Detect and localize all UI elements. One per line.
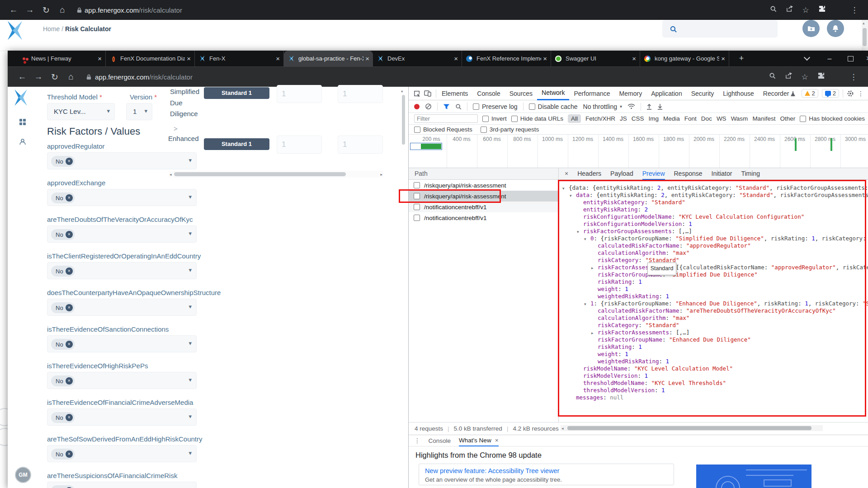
field-select-approvedRegulator[interactable]: No×▾ [47, 152, 197, 169]
request-checkbox[interactable] [414, 182, 420, 188]
share-icon[interactable] [781, 5, 797, 14]
extensions-puzzle-icon[interactable] [813, 72, 829, 81]
devtools-tab-security[interactable]: Security [687, 87, 719, 100]
value-chip[interactable]: No× [51, 192, 75, 203]
notifications-button[interactable] [827, 20, 844, 37]
field-select-areThereSuspicionsOfAFinancialCrimeRisk[interactable]: No×▾ [47, 482, 197, 488]
tab-search-chevron-icon[interactable] [798, 51, 816, 66]
field-select-isThereEvidenceOfHighRiskPePs[interactable]: No×▾ [47, 372, 197, 389]
tab-close-icon[interactable]: × [98, 55, 102, 62]
chevron-down-icon[interactable]: ▾ [189, 413, 192, 420]
vertical-scrollbar-thumb[interactable] [402, 95, 405, 145]
network-overview-timeline[interactable]: 200 ms400 ms600 ms800 ms1000 ms1200 ms14… [409, 135, 868, 168]
browser-tab[interactable]: kong gateway - Google Se× [640, 51, 729, 66]
reload-icon[interactable]: ↻ [38, 5, 54, 15]
devtools-tab-elements[interactable]: Elements [437, 87, 472, 100]
tab-console[interactable]: Console [429, 435, 451, 446]
devtools-menu-icon[interactable]: ⋮ [858, 90, 864, 97]
threshold-value-input[interactable]: 1 [338, 85, 383, 103]
close-tab-icon[interactable]: × [495, 437, 499, 444]
browser-menu-icon[interactable]: ⋮ [845, 72, 862, 82]
detail-tab-response[interactable]: Response [674, 168, 703, 180]
filter-type-media[interactable]: Media [663, 115, 680, 122]
inspect-element-icon[interactable] [413, 90, 420, 97]
filter-type-manifest[interactable]: Manifest [752, 115, 775, 122]
threshold-value-input[interactable]: 1 [338, 136, 383, 154]
issues-badge[interactable]: 2 [822, 89, 839, 98]
remove-value-icon[interactable]: × [66, 304, 73, 311]
third-party-checkbox[interactable]: 3rd-party requests [481, 126, 539, 133]
search-icon[interactable] [455, 103, 462, 110]
filter-type-doc[interactable]: Doc [701, 115, 712, 122]
bookmark-star-icon[interactable]: ☆ [797, 72, 813, 82]
filter-funnel-icon[interactable] [443, 103, 450, 110]
standard-1-button[interactable]: Standard 1 [204, 87, 269, 99]
chevron-down-icon[interactable]: ▾ [189, 376, 192, 383]
accessibility-tree-link[interactable]: New preview feature: Accessibility Tree … [425, 467, 559, 474]
sidebar-item-users[interactable] [19, 138, 26, 147]
response-scrollbar[interactable]: ◂ [561, 425, 823, 431]
breadcrumb[interactable]: Home / Risk Calculator [43, 25, 111, 33]
devtools-tab-performance[interactable]: Performance [569, 87, 614, 100]
field-select-areTheSofSowDerivedFromAnEddHighRiskCountry[interactable]: No×▾ [47, 445, 197, 462]
field-select-doesTheCounterpartyHaveAnOpaqueOwnershipStructure[interactable]: No×▾ [47, 299, 197, 316]
remove-value-icon[interactable]: × [66, 341, 73, 348]
remove-value-icon[interactable]: × [66, 194, 73, 202]
zoom-search-icon[interactable] [764, 72, 780, 81]
share-icon[interactable] [780, 72, 797, 81]
version-select[interactable]: 1▾ [126, 103, 152, 120]
field-select-isTheClientRegisteredOrOperatingInAnEddCountry[interactable]: No×▾ [47, 262, 197, 279]
field-select-isThereEvidenceOfFinancialCrimeAdverseMedia[interactable]: No×▾ [47, 408, 197, 426]
profile-avatar[interactable] [830, 3, 846, 17]
home-icon[interactable]: ⌂ [54, 5, 71, 15]
filter-type-css[interactable]: CSS [632, 115, 644, 122]
browser-tab[interactable]: FenX Reference Implement× [462, 51, 551, 66]
forward-icon[interactable]: → [22, 5, 38, 15]
disable-cache-checkbox[interactable]: Disable cache [529, 103, 578, 110]
filter-type-all[interactable]: All [568, 114, 581, 123]
close-detail-icon[interactable]: × [565, 168, 568, 180]
threshold-value-input[interactable]: 1 [277, 136, 322, 154]
throttling-select[interactable]: No throttling▾ [583, 103, 623, 110]
devtools-tab-recorder[interactable]: Recorder [759, 87, 800, 100]
expand-chevron-icon[interactable]: > [174, 125, 178, 132]
reload-icon[interactable]: ↻ [47, 72, 63, 82]
filter-type-font[interactable]: Font [684, 115, 697, 122]
request-row[interactable]: /notificationcentrebff/v1 [409, 202, 558, 212]
close-window-button[interactable]: × [859, 51, 868, 66]
browser-tab[interactable]: ()FenX Documentation Diag× [106, 51, 195, 66]
import-har-icon[interactable] [646, 103, 652, 110]
detail-tab-preview[interactable]: Preview [642, 168, 665, 180]
path-column-header[interactable]: Path [415, 170, 428, 177]
request-checkbox[interactable] [414, 204, 420, 210]
tab-close-icon[interactable]: × [454, 55, 458, 62]
address-url[interactable]: app.fenergox.com/risk/calculator [95, 73, 193, 81]
value-chip[interactable]: No× [51, 266, 75, 277]
chevron-down-icon[interactable]: ▾ [189, 267, 192, 273]
devtools-tab-network[interactable]: Network [537, 87, 569, 100]
export-har-icon[interactable] [657, 103, 663, 110]
detail-tab-headers[interactable]: Headers [577, 168, 601, 180]
remove-value-icon[interactable]: × [66, 231, 73, 238]
home-icon[interactable]: ⌂ [63, 72, 79, 82]
minimize-button[interactable]: – [821, 51, 839, 66]
timeline-selection[interactable] [410, 143, 442, 150]
new-tab-button[interactable]: + [735, 51, 748, 66]
maximize-button[interactable] [841, 51, 859, 66]
tab-close-icon[interactable]: × [365, 55, 369, 62]
sidebar-item-dashboard[interactable] [19, 118, 26, 127]
filter-type-wasm[interactable]: Wasm [731, 115, 748, 122]
field-select-approvedExchange[interactable]: No×▾ [47, 189, 197, 206]
remove-value-icon[interactable]: × [66, 377, 73, 385]
remove-value-icon[interactable]: × [66, 158, 73, 165]
threshold-value-input[interactable]: 1 [277, 85, 322, 103]
filter-type-other[interactable]: Other [780, 115, 795, 122]
remove-value-icon[interactable]: × [66, 450, 73, 458]
value-chip[interactable]: No× [51, 485, 75, 488]
value-chip[interactable]: No× [51, 229, 75, 240]
invert-checkbox[interactable]: Invert [482, 115, 507, 122]
tab-close-icon[interactable]: × [632, 55, 636, 62]
page-scrollbar[interactable]: ▴ [862, 20, 868, 51]
tab-close-icon[interactable]: × [276, 55, 280, 62]
tab-whats-new[interactable]: What's New× [459, 435, 498, 446]
